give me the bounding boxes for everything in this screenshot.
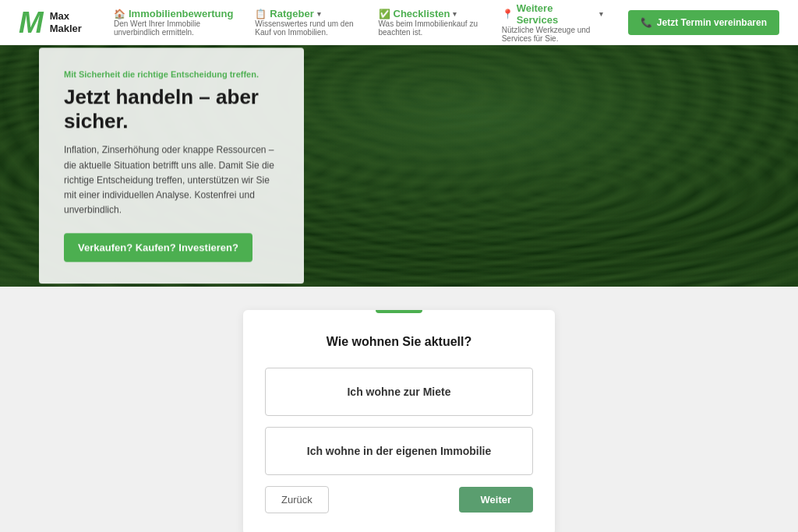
logo-letter: M — [19, 8, 44, 37]
hero-section: Mit Sicherheit die richtige Entscheidung… — [0, 45, 798, 287]
nav-item-services[interactable]: 📍 Weitere Services ▾ Nützliche Werkzeuge… — [502, 2, 603, 43]
logo[interactable]: M Max Makler — [19, 8, 89, 37]
navbar: M Max Makler 🏠 Immobilienbewertung Den W… — [0, 0, 798, 45]
quiz-actions: Zurück Weiter — [265, 486, 533, 513]
home-icon: 🏠 — [114, 9, 125, 19]
quiz-option-2[interactable]: Ich wohne in der eigenen Immobilie — [265, 427, 533, 475]
nav-sub-1: Den Wert Ihrer Immobilie unverbindlich e… — [114, 19, 233, 37]
phone-icon: 📞 — [641, 17, 652, 28]
nav-sub-3: Was beim Immobilienkauf zu beachten ist. — [379, 19, 480, 37]
nav-item-top-3: ✅ Checklisten ▾ — [379, 8, 480, 19]
chevron-down-icon-4: ▾ — [599, 10, 603, 18]
hero-card: Mit Sicherheit die richtige Entscheidung… — [39, 48, 304, 284]
quiz-question: Wie wohnen Sie aktuell? — [265, 335, 533, 349]
quiz-section: Wie wohnen Sie aktuell? Ich wohne zur Mi… — [0, 287, 798, 532]
chevron-down-icon-2: ▾ — [317, 10, 321, 18]
nav-item-ratgeber[interactable]: 📋 Ratgeber ▾ Wissenswertes rund um den K… — [255, 8, 356, 37]
nav-item-immobilienbewertung[interactable]: 🏠 Immobilienbewertung Den Wert Ihrer Imm… — [114, 8, 233, 37]
pin-icon: 📍 — [502, 9, 514, 19]
cta-button[interactable]: 📞 Jetzt Termin vereinbaren — [628, 10, 779, 35]
logo-text: Max Makler — [50, 10, 82, 34]
nav-item-top-4: 📍 Weitere Services ▾ — [502, 2, 603, 26]
quiz-next-button[interactable]: Weiter — [459, 487, 534, 513]
clipboard-icon: 📋 — [255, 9, 267, 19]
nav-sub-4: Nützliche Werkzeuge und Services für Sie… — [502, 26, 603, 43]
quiz-card: Wie wohnen Sie aktuell? Ich wohne zur Mi… — [243, 310, 555, 532]
quiz-back-button[interactable]: Zurück — [265, 486, 329, 513]
hero-cta-button[interactable]: Verkaufen? Kaufen? Investieren? — [64, 234, 252, 262]
nav-items: 🏠 Immobilienbewertung Den Wert Ihrer Imm… — [114, 2, 603, 43]
hero-description: Inflation, Zinserhöhung oder knappe Ress… — [64, 143, 279, 218]
checklist-icon: ✅ — [379, 9, 390, 19]
hero-tag: Mit Sicherheit die richtige Entscheidung… — [64, 69, 279, 79]
quiz-option-1[interactable]: Ich wohne zur Miete — [265, 368, 533, 416]
nav-item-top-1: 🏠 Immobilienbewertung — [114, 8, 233, 19]
chevron-down-icon-3: ▾ — [453, 10, 457, 18]
nav-item-top-2: 📋 Ratgeber ▾ — [255, 8, 356, 19]
nav-sub-2: Wissenswertes rund um den Kauf von Immob… — [255, 19, 356, 37]
hero-title: Jetzt handeln – aber sicher. — [64, 85, 279, 133]
nav-item-checklisten[interactable]: ✅ Checklisten ▾ Was beim Immobilienkauf … — [379, 8, 480, 37]
cta-label: Jetzt Termin vereinbaren — [657, 17, 767, 28]
